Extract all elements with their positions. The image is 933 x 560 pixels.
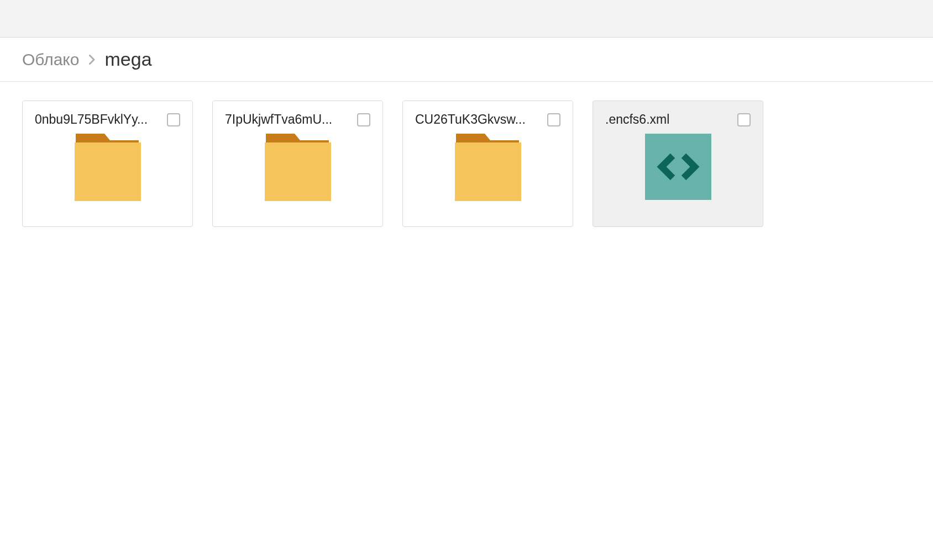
item-header: CU26TuK3Gkvsw... bbox=[403, 101, 573, 133]
item-name-label: 0nbu9L75BFvklYy... bbox=[35, 112, 148, 127]
folder-icon bbox=[75, 134, 141, 203]
item-icon-area bbox=[403, 133, 573, 226]
item-header: .encfs6.xml bbox=[593, 101, 763, 133]
breadcrumb: Облако mega bbox=[0, 38, 933, 82]
item-icon-area bbox=[23, 133, 192, 226]
folder-item[interactable]: 0nbu9L75BFvklYy... bbox=[22, 101, 193, 227]
folder-item[interactable]: CU26TuK3Gkvsw... bbox=[402, 101, 573, 227]
item-header: 7IpUkjwfTva6mU... bbox=[213, 101, 382, 133]
item-header: 0nbu9L75BFvklYy... bbox=[23, 101, 192, 133]
svg-rect-0 bbox=[75, 142, 141, 201]
svg-rect-2 bbox=[455, 142, 521, 201]
code-file-icon bbox=[645, 134, 711, 202]
item-icon-area bbox=[213, 133, 382, 226]
item-name-label: 7IpUkjwfTva6mU... bbox=[225, 112, 332, 127]
breadcrumb-current-folder: mega bbox=[105, 49, 152, 70]
item-name-label: CU26TuK3Gkvsw... bbox=[415, 112, 526, 127]
svg-rect-3 bbox=[645, 134, 711, 200]
breadcrumb-root-link[interactable]: Облако bbox=[22, 50, 80, 69]
svg-rect-1 bbox=[265, 142, 331, 201]
item-checkbox[interactable] bbox=[357, 113, 370, 126]
item-icon-area bbox=[593, 133, 763, 226]
toolbar-area bbox=[0, 0, 933, 38]
items-grid: 0nbu9L75BFvklYy... 7IpUkjwfTva6mU... bbox=[22, 101, 911, 227]
item-name-label: .encfs6.xml bbox=[605, 112, 669, 127]
item-checkbox[interactable] bbox=[167, 113, 180, 126]
main-content: 0nbu9L75BFvklYy... 7IpUkjwfTva6mU... bbox=[0, 82, 933, 246]
folder-item[interactable]: 7IpUkjwfTva6mU... bbox=[212, 101, 383, 227]
file-item[interactable]: .encfs6.xml bbox=[593, 101, 763, 227]
item-checkbox[interactable] bbox=[737, 113, 751, 126]
item-checkbox[interactable] bbox=[547, 113, 560, 126]
folder-icon bbox=[455, 134, 521, 203]
chevron-right-icon bbox=[88, 55, 96, 65]
folder-icon bbox=[265, 134, 331, 203]
